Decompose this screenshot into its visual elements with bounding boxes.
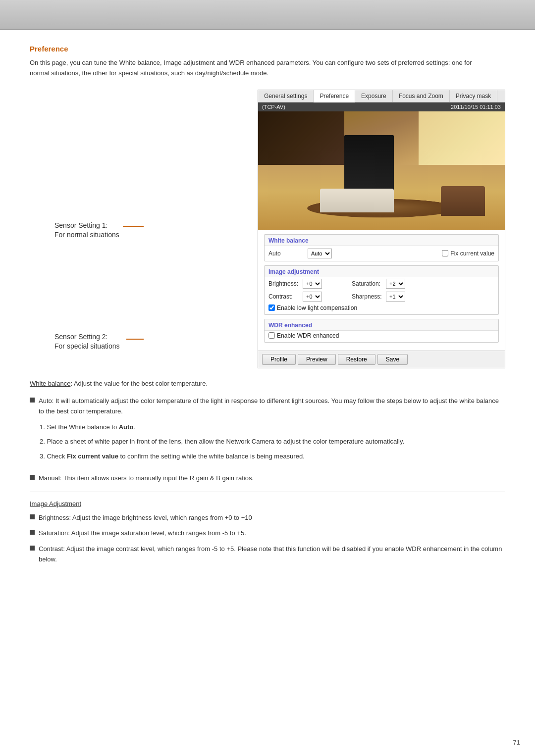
sensor-labels: Sensor Setting 1: For normal situations … — [30, 90, 144, 368]
contrast-select[interactable]: +0 — [303, 292, 322, 302]
saturation-label: Saturation: — [352, 280, 384, 287]
step-2: 2. Place a sheet of white paper in front… — [30, 436, 505, 447]
scene-dark-item — [344, 135, 394, 195]
saturation-pair: Saturation: +2 — [352, 279, 431, 289]
camera-timestamp: 2011/10/15 01:11:03 — [451, 104, 501, 110]
wdr-label: Enable WDR enhanced — [277, 332, 339, 339]
ia-bullet-1: Brightness: Adjust the image brightness … — [30, 512, 505, 523]
bullet-auto-text: Auto: It will automatically adjust the c… — [39, 396, 505, 417]
camera-id: (TCP-AV) — [262, 104, 285, 110]
tab-privacy-mask[interactable]: Privacy mask — [450, 90, 497, 102]
tab-preference[interactable]: Preference — [314, 90, 355, 102]
image-adjustment-title: Image adjustment — [265, 266, 498, 277]
white-balance-desc-para: White balance: Adjust the value for the … — [30, 378, 505, 389]
bullet-manual: Manual: This item allows users to manual… — [30, 473, 505, 483]
image-adjustment-section: Image adjustment Brightness: +0 Saturati… — [264, 265, 499, 315]
tab-focus-and-zoom[interactable]: Focus and Zoom — [393, 90, 450, 102]
white-balance-row: Auto Auto Fix current value — [265, 246, 498, 261]
enable-low-light-checkbox[interactable] — [268, 304, 275, 311]
page-wrapper: Preference On this page, you can tune th… — [0, 0, 535, 756]
settings-body: White balance Auto Auto Fix current valu… — [258, 230, 505, 351]
image-adj-subtitle: Image Adjustment — [30, 500, 505, 507]
bullet-icon-1 — [30, 398, 35, 403]
bullet-manual-text: Manual: This item allows users to manual… — [39, 473, 254, 483]
sharpness-pair: Sharpness: +1 — [352, 292, 431, 302]
image-adjustment-row2: Contrast: +0 Sharpness: +1 — [265, 290, 498, 303]
brightness-select[interactable]: +0 — [303, 279, 322, 289]
bullet-auto: Auto: It will automatically adjust the c… — [30, 396, 505, 417]
wdr-section: WDR enhanced Enable WDR enhanced — [264, 319, 499, 343]
ia-bullet-2: Saturation: Adjust the image saturation … — [30, 528, 505, 538]
white-balance-title: White balance — [265, 235, 498, 246]
sensor-label-2: Sensor Setting 2: For special situations — [54, 332, 120, 352]
tab-exposure[interactable]: Exposure — [355, 90, 393, 102]
top-bar — [0, 0, 535, 30]
wdr-title: WDR enhanced — [265, 319, 498, 331]
desc-area: White balance: Adjust the value for the … — [30, 378, 505, 565]
ia-bullet-2-text: Saturation: Adjust the image saturation … — [39, 528, 246, 538]
ia-bullet-3-text: Contrast: Adjust the image contrast leve… — [39, 544, 505, 565]
camera-header: (TCP-AV) 2011/10/15 01:11:03 — [258, 102, 505, 111]
bullet-icon-3 — [30, 514, 35, 519]
contrast-pair: Contrast: +0 — [268, 292, 348, 302]
fix-current-checkbox[interactable] — [442, 250, 448, 256]
contrast-label: Contrast: — [268, 293, 301, 300]
preview-button[interactable]: Preview — [298, 354, 336, 365]
brightness-pair: Brightness: +0 — [268, 279, 348, 289]
wdr-row: Enable WDR enhanced — [265, 331, 498, 342]
page-number: 71 — [513, 739, 520, 746]
fix-current-value: Fix current value — [442, 250, 494, 257]
restore-button[interactable]: Restore — [338, 354, 375, 365]
content-area: Preference On this page, you can tune th… — [0, 30, 535, 589]
wdr-checkbox[interactable] — [268, 332, 275, 339]
section-title: Preference — [30, 45, 505, 53]
fix-current-label: Fix current value — [450, 250, 494, 257]
intro-text: On this page, you can tune the White bal… — [30, 58, 476, 79]
scene-wall-left — [258, 111, 344, 171]
white-balance-desc: : Adjust the value for the best color te… — [70, 380, 208, 387]
sensor-line-2 — [126, 339, 144, 340]
save-button[interactable]: Save — [377, 354, 408, 365]
step-1: 1. Set the White balance to Auto. — [30, 422, 505, 432]
saturation-select[interactable]: +2 — [386, 279, 405, 289]
layout-outer: Sensor Setting 1: For normal situations … — [30, 90, 505, 368]
profile-button[interactable]: Profile — [262, 354, 296, 365]
camera-panel: General settings Preference Exposure Foc… — [258, 90, 505, 368]
sensor-label-1: Sensor Setting 1: For normal situations — [54, 221, 119, 240]
ia-bullet-3: Contrast: Adjust the image contrast leve… — [30, 544, 505, 565]
bullet-icon-2 — [30, 475, 35, 480]
sharpness-label: Sharpness: — [352, 293, 384, 300]
enable-low-light-row: Enable low light compensation — [265, 303, 498, 314]
white-balance-link: White balance — [30, 380, 70, 387]
sharpness-select[interactable]: +1 — [386, 292, 405, 302]
section-divider — [30, 492, 505, 492]
enable-low-light-label: Enable low light compensation — [277, 304, 357, 311]
white-balance-select[interactable]: Auto — [308, 249, 332, 258]
sensor-line-1 — [123, 226, 144, 227]
step-3: 3. Check Fix current value to confirm th… — [30, 451, 505, 461]
tab-bar: General settings Preference Exposure Foc… — [258, 90, 505, 102]
brightness-label: Brightness: — [268, 280, 301, 287]
button-row: Profile Preview Restore Save — [258, 351, 505, 368]
white-balance-section: White balance Auto Auto Fix current valu… — [264, 234, 499, 261]
white-balance-label: Auto — [268, 250, 306, 257]
ia-bullet-1-text: Brightness: Adjust the image brightness … — [39, 512, 252, 523]
tab-general-settings[interactable]: General settings — [258, 90, 314, 102]
scene-chair-right — [441, 186, 485, 216]
camera-image-area — [258, 111, 505, 230]
image-adjustment-row1: Brightness: +0 Saturation: +2 — [265, 277, 498, 290]
scene-sofa — [320, 189, 394, 212]
camera-scene — [258, 111, 505, 230]
bullet-icon-4 — [30, 530, 35, 535]
bullet-icon-5 — [30, 546, 35, 551]
